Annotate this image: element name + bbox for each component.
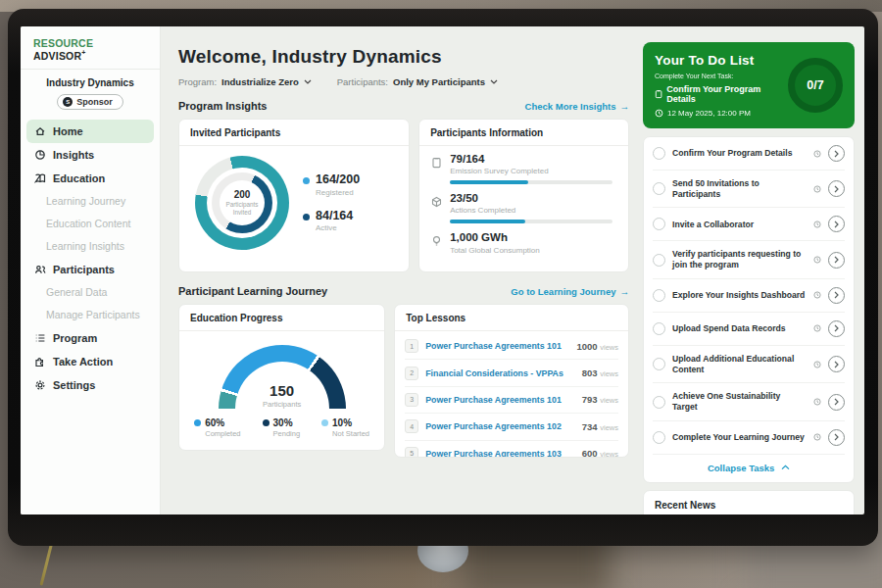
sidebar-item-participants[interactable]: Participants (21, 258, 160, 281)
chevron-right-icon[interactable] (828, 216, 845, 232)
sidebar-item-label: General Data (46, 286, 107, 298)
participants-value: Only My Participants (393, 76, 485, 87)
sidebar-item-insights[interactable]: Insights (21, 143, 160, 167)
chevron-right-icon[interactable] (828, 356, 845, 372)
donut-center-value: 200 (234, 189, 251, 200)
sidebar-item-education[interactable]: Education (21, 167, 160, 190)
education-gauge-chart: 150 Participants (219, 345, 346, 409)
sidebar-nav: Home Insights Education Learning Journey (21, 120, 160, 397)
lesson-rank: 2 (405, 367, 418, 380)
todo-item-label: Upload Spend Data Records (672, 323, 807, 334)
lesson-row: 4 Power Purchase Agreements 102 734 view… (405, 414, 618, 440)
todo-item-label: Invite a Collaborator (672, 220, 807, 230)
todo-subtitle: Complete Your Next Task: (655, 73, 780, 79)
todo-checkbox[interactable] (653, 182, 665, 195)
sidebar-item-label: Settings (53, 379, 95, 391)
invited-donut-chart: 200 Participants Invited (195, 156, 289, 250)
todo-item[interactable]: Confirm Your Program Details (653, 137, 845, 171)
sidebar: RESOURCE ADVISOR+ Industry Dynamics S Sp… (21, 26, 161, 514)
chevron-down-icon (490, 79, 498, 84)
sidebar-item-manage-participants[interactable]: Manage Participants (21, 304, 160, 326)
chevron-right-icon[interactable] (828, 287, 845, 304)
chevron-right-icon[interactable] (828, 394, 845, 411)
views-word: views (600, 423, 618, 432)
sidebar-item-label: Insights (53, 149, 94, 161)
todo-checkbox[interactable] (653, 322, 665, 335)
todo-progress-badge: 0/7 (788, 58, 843, 113)
todo-item[interactable]: Upload Spend Data Records (653, 313, 845, 346)
legend-active: 84/164 Active (303, 210, 360, 233)
chevron-right-icon[interactable] (828, 180, 845, 197)
lesson-link[interactable]: Power Purchase Agreements 101 (425, 341, 569, 351)
check-more-insights-link[interactable]: Check More Insights → (525, 101, 629, 112)
todo-item[interactable]: Explore Your Insights Dashboard (653, 279, 845, 313)
lesson-link[interactable]: Power Purchase Agreements 103 (425, 449, 574, 458)
actions-progress-bar (450, 220, 612, 223)
lesson-link[interactable]: Financial Considerations - VPPAs (425, 368, 574, 378)
info-value: 1,000 GWh (450, 231, 540, 244)
page-title: Welcome, Industry Dynamics (178, 46, 629, 68)
clock-icon (813, 361, 821, 368)
chevron-down-icon (304, 79, 312, 84)
legend-label: Registered (316, 188, 360, 197)
lesson-link[interactable]: Power Purchase Agreements 102 (425, 421, 574, 431)
sidebar-item-general-data[interactable]: General Data (21, 281, 160, 304)
legend-label: Not Started (332, 429, 369, 438)
sidebar-item-settings[interactable]: Settings (21, 373, 160, 397)
go-to-learning-journey-link[interactable]: Go to Learning Journey → (511, 286, 629, 297)
todo-checkbox[interactable] (653, 218, 665, 230)
todo-checkbox[interactable] (653, 147, 665, 160)
recent-news-card: Recent News (643, 490, 855, 514)
home-icon (34, 125, 46, 137)
participants-select[interactable]: Participants: Only My Participants (337, 76, 498, 87)
card-title: Participants Information (419, 120, 628, 146)
collapse-tasks-link[interactable]: Collapse Tasks (653, 455, 845, 482)
todo-item[interactable]: Complete Your Learning Journey (653, 421, 845, 455)
arrow-right-icon: → (620, 286, 630, 297)
sidebar-item-learning-insights[interactable]: Learning Insights (21, 235, 160, 258)
chevron-right-icon[interactable] (828, 145, 845, 162)
program-select[interactable]: Program: Industrialize Zero (178, 76, 312, 87)
todo-checkbox[interactable] (653, 396, 665, 409)
todo-item[interactable]: Upload Additional Educational Content (653, 346, 845, 383)
clock-icon (813, 433, 821, 441)
todo-hero-card: Your To Do List Complete Your Next Task:… (643, 42, 855, 128)
legend-value: 60% (205, 417, 224, 428)
todo-checkbox[interactable] (653, 289, 665, 302)
views-word: views (600, 396, 618, 405)
sidebar-item-take-action[interactable]: Take Action (21, 350, 160, 373)
todo-item-label: Confirm Your Program Details (672, 148, 807, 159)
sidebar-item-education-content[interactable]: Education Content (21, 213, 160, 235)
chevron-right-icon[interactable] (828, 252, 845, 269)
todo-checkbox[interactable] (653, 254, 665, 267)
clock-icon (813, 291, 821, 299)
legend-value: 84/164 (316, 210, 353, 223)
participants-label: Participants: (337, 76, 388, 87)
insights-icon (34, 149, 46, 161)
todo-item-label: Explore Your Insights Dashboard (672, 290, 807, 301)
todo-item[interactable]: Invite a Collaborator (653, 208, 845, 241)
sponsor-icon: S (63, 97, 73, 107)
todo-item-label: Complete Your Learning Journey (672, 432, 807, 443)
todo-checkbox[interactable] (653, 358, 665, 370)
todo-item[interactable]: Send 50 Invitations to Participants (653, 171, 845, 208)
todo-checkbox[interactable] (653, 431, 665, 444)
info-label: Actions Completed (450, 206, 612, 215)
todo-item[interactable]: Achieve One Sustainability Target (653, 383, 845, 420)
chevron-right-icon[interactable] (828, 429, 845, 446)
sidebar-item-home[interactable]: Home (26, 120, 154, 143)
legend-pending: 30% Pending (263, 417, 301, 438)
section-title: Participant Learning Journey (178, 285, 327, 297)
sidebar-item-program[interactable]: Program (21, 326, 160, 350)
info-row-consumption: 1,000 GWh Total Global Consumption (431, 231, 616, 254)
lesson-views: 793 (582, 394, 598, 405)
logo-secondary: ADVISOR (33, 50, 81, 62)
monitor-bezel: RESOURCE ADVISOR+ Industry Dynamics S Sp… (8, 9, 878, 546)
sidebar-item-learning-journey[interactable]: Learning Journey (21, 190, 160, 213)
lesson-link[interactable]: Power Purchase Agreements 101 (425, 395, 574, 405)
chevron-right-icon[interactable] (828, 320, 845, 337)
todo-item[interactable]: Verify participants requesting to join t… (653, 241, 845, 278)
info-label: Emission Survey Completed (450, 167, 612, 175)
sidebar-item-label: Take Action (53, 356, 113, 368)
sponsor-badge[interactable]: S Sponsor (57, 94, 123, 110)
